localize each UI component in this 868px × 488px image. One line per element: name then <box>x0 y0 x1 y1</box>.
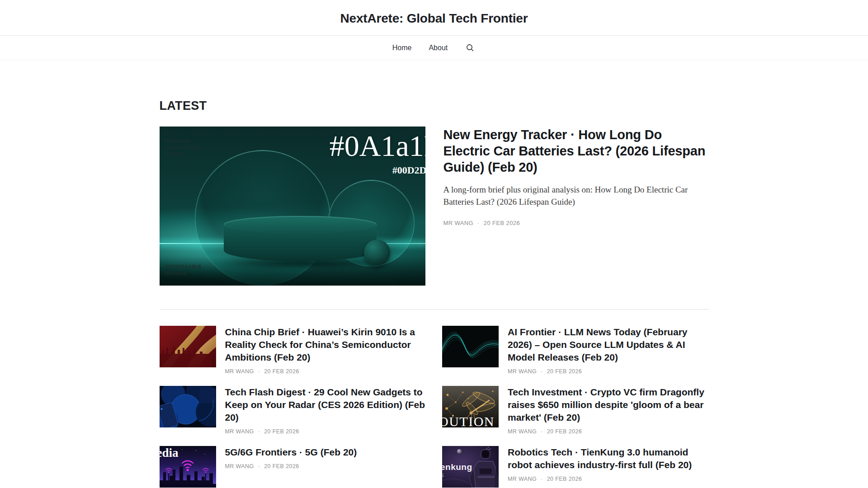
meta-separator: · <box>477 220 480 226</box>
section-heading-latest: LATEST <box>160 99 709 113</box>
article-meta: MR WANG · 20 FEB 2026 <box>508 368 709 375</box>
article-author-link[interactable]: MR WANG <box>225 368 254 375</box>
article-text-block: China Chip Brief · Huawei’s Kirin 9010 I… <box>225 326 426 375</box>
search-button[interactable] <box>464 42 476 54</box>
featured-title[interactable]: New Energy Tracker · How Long Do Electri… <box>443 127 709 175</box>
meta-separator: · <box>541 428 543 435</box>
article-meta: MR WANG · 20 FEB 2026 <box>225 428 426 435</box>
featured-article: NOMIONAL OY/aY DESIGN OKUUM #0A1a1F #00D… <box>160 127 709 286</box>
thumbnail-overlay-text: enkung <box>442 462 472 472</box>
hero-overlay-hex-large: #0A1a1F <box>330 130 425 162</box>
article-thumbnail[interactable]: OUTION <box>442 386 499 427</box>
article-date: 20 FEB 2026 <box>264 463 299 469</box>
article-meta: MR WANG · 20 FEB 2026 <box>225 368 426 375</box>
hero-overlay-hex-small: #00D2D2 <box>392 164 425 176</box>
featured-text-block: New Energy Tracker · How Long Do Electri… <box>443 127 709 286</box>
thumbnail-overlay-subtext: 5 <box>442 473 444 478</box>
article-card: China Chip Brief · Huawei’s Kirin 9010 I… <box>160 326 426 375</box>
meta-separator: · <box>541 476 543 482</box>
article-thumbnail[interactable] <box>160 326 216 367</box>
featured-image[interactable]: NOMIONAL OY/aY DESIGN OKUUM #0A1a1F #00D… <box>160 127 425 286</box>
article-card: Tech Flash Digest · 29 Cool New Gadgets … <box>160 386 426 435</box>
article-date: 20 FEB 2026 <box>264 368 299 375</box>
article-thumbnail[interactable] <box>160 386 216 427</box>
featured-meta: MR WANG · 20 FEB 2026 <box>443 220 709 226</box>
article-card: enkung 5 Robotics Tech · TienKung 3.0 hu… <box>442 446 709 488</box>
article-grid: China Chip Brief · Huawei’s Kirin 9010 I… <box>160 326 709 488</box>
site-header: NextArete: Global Tech Frontier <box>0 0 868 35</box>
hero-overlay-topleft-line2: OY/aY DESIGN <box>165 145 200 151</box>
article-title[interactable]: China Chip Brief · Huawei’s Kirin 9010 I… <box>225 326 426 364</box>
hero-overlay-topleft-line3: OKUUM <box>165 151 184 157</box>
article-title[interactable]: Tech Investment · Crypto VC firm Dragonf… <box>508 386 709 424</box>
article-card: edia 5G/6G Frontiers · 5G (Feb 20) MR WA… <box>160 446 426 488</box>
main-nav: Home About <box>0 35 868 60</box>
nav-item-home[interactable]: Home <box>392 42 413 54</box>
article-thumbnail[interactable]: edia <box>160 446 216 488</box>
article-meta: MR WANG · 20 FEB 2026 <box>508 476 709 482</box>
section-divider <box>160 309 709 310</box>
article-card: AI Frontier · LLM News Today (February 2… <box>442 326 709 375</box>
nav-item-about[interactable]: About <box>428 42 448 54</box>
article-text-block: AI Frontier · LLM News Today (February 2… <box>508 326 709 375</box>
meta-separator: · <box>541 368 543 375</box>
article-date: 20 FEB 2026 <box>264 428 299 435</box>
article-date: 20 FEB 2026 <box>547 368 582 375</box>
article-author-link[interactable]: MR WANG <box>508 368 537 375</box>
article-text-block: Tech Investment · Crypto VC firm Dragonf… <box>508 386 709 435</box>
article-text-block: Tech Flash Digest · 29 Cool New Gadgets … <box>225 386 426 435</box>
featured-excerpt: A long-form brief plus original analysis… <box>443 183 709 208</box>
hero-podium-cylinder-top <box>224 216 377 233</box>
article-date: 20 FEB 2026 <box>547 428 582 435</box>
article-title[interactable]: Tech Flash Digest · 29 Cool New Gadgets … <box>225 386 426 424</box>
meta-separator: · <box>258 428 260 435</box>
article-thumbnail[interactable] <box>442 326 499 367</box>
article-thumbnail[interactable]: enkung 5 <box>442 446 499 488</box>
featured-date: 20 FEB 2026 <box>484 220 520 226</box>
article-title[interactable]: AI Frontier · LLM News Today (February 2… <box>508 326 709 364</box>
featured-author-link[interactable]: MR WANG <box>443 220 474 226</box>
article-meta: MR WANG · 20 FEB 2026 <box>508 428 709 435</box>
thumbnail-art-red-ribbon <box>160 326 216 367</box>
thumbnail-overlay-text: edia <box>160 446 179 460</box>
article-title[interactable]: Robotics Tech · TienKung 3.0 humanoid ro… <box>508 446 709 471</box>
article-author-link[interactable]: MR WANG <box>225 463 254 469</box>
article-author-link[interactable]: MR WANG <box>225 428 254 435</box>
article-text-block: Robotics Tech · TienKung 3.0 humanoid ro… <box>508 446 709 482</box>
thumbnail-overlay-text: OUTION <box>442 414 495 427</box>
thumbnail-art-teal-waveform <box>442 326 499 367</box>
thumbnail-art-blue-gadgets <box>160 386 216 427</box>
hero-overlay-topleft-line1: NOMIONAL <box>165 138 192 145</box>
search-icon <box>466 43 475 52</box>
article-meta: MR WANG · 20 FEB 2026 <box>225 463 357 469</box>
site-title[interactable]: NextArete: Global Tech Frontier <box>340 11 528 26</box>
article-title[interactable]: 5G/6G Frontiers · 5G (Feb 20) <box>225 446 357 459</box>
article-author-link[interactable]: MR WANG <box>508 476 537 482</box>
article-date: 20 FEB 2026 <box>547 476 582 482</box>
hero-overlay-bottomleft-line2: DRAOOM <box>165 271 187 277</box>
article-card: OUTION Tech Investment · Crypto VC firm … <box>442 386 709 435</box>
meta-separator: · <box>258 368 260 375</box>
meta-separator: · <box>258 463 260 469</box>
main-content: LATEST NOMIONAL OY/aY DESIGN OKUUM #0A1a… <box>160 99 709 488</box>
article-author-link[interactable]: MR WANG <box>508 428 537 435</box>
hero-overlay-bottomleft-line1: OFESIINA&裝頂 <box>165 264 202 270</box>
hero-floor-fade <box>160 257 425 286</box>
article-text-block: 5G/6G Frontiers · 5G (Feb 20) MR WANG · … <box>225 446 357 469</box>
